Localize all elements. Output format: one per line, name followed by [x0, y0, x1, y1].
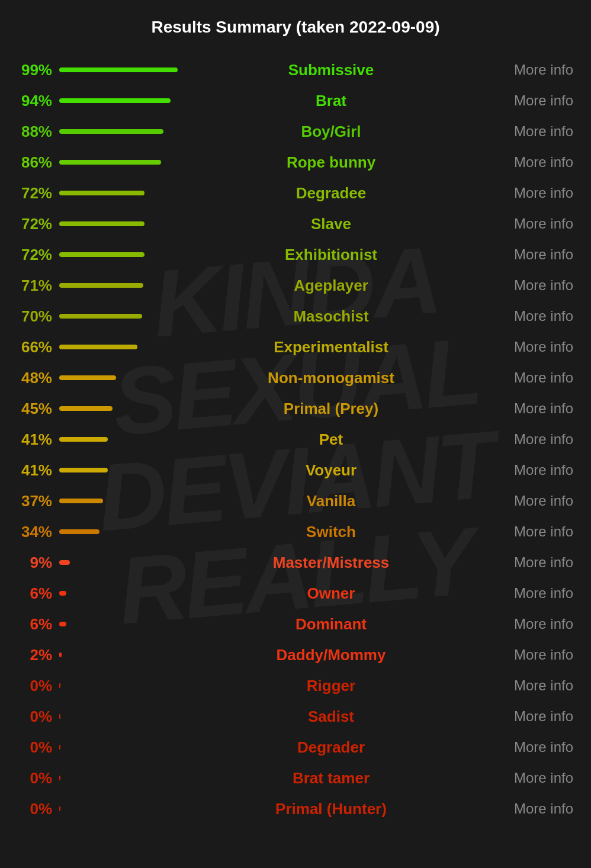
more-info-button[interactable]: More info: [473, 185, 579, 201]
more-info-button[interactable]: More info: [473, 277, 579, 294]
bar-container: [59, 406, 189, 411]
percentage-value: 37%: [12, 492, 59, 510]
percentage-value: 72%: [12, 215, 59, 233]
bar-container: [59, 683, 189, 688]
progress-bar: [59, 591, 66, 596]
progress-bar: [59, 560, 70, 565]
more-info-button[interactable]: More info: [473, 493, 579, 509]
result-row: 0%DegraderMore info: [12, 732, 579, 763]
result-row: 0%Brat tamerMore info: [12, 763, 579, 793]
more-info-button[interactable]: More info: [473, 246, 579, 263]
bar-container: [59, 67, 189, 72]
result-row: 0%SadistMore info: [12, 701, 579, 732]
bar-container: [59, 591, 189, 596]
progress-bar: [59, 499, 103, 503]
result-label: Brat: [189, 92, 473, 110]
bar-container: [59, 221, 189, 226]
result-label: Pet: [189, 430, 473, 449]
more-info-button[interactable]: More info: [473, 585, 579, 602]
main-container: Results Summary (taken 2022-09-09) 99%Su…: [0, 0, 591, 848]
result-label: Experimentalist: [189, 338, 473, 356]
result-label: Sadist: [189, 708, 473, 726]
more-info-button[interactable]: More info: [473, 462, 579, 478]
bar-container: [59, 191, 189, 195]
result-row: 88%Boy/GirlMore info: [12, 116, 579, 147]
percentage-value: 0%: [12, 677, 59, 695]
results-list: 99%SubmissiveMore info94%BratMore info88…: [12, 54, 579, 824]
result-label: Daddy/Mommy: [189, 646, 473, 664]
percentage-value: 0%: [12, 800, 59, 818]
result-label: Masochist: [189, 307, 473, 326]
percentage-value: 6%: [12, 615, 59, 634]
more-info-button[interactable]: More info: [473, 62, 579, 78]
more-info-button[interactable]: More info: [473, 431, 579, 448]
more-info-button[interactable]: More info: [473, 154, 579, 171]
bar-container: [59, 437, 189, 442]
percentage-value: 45%: [12, 400, 59, 418]
result-row: 34%SwitchMore info: [12, 516, 579, 547]
result-row: 72%DegradeeMore info: [12, 178, 579, 208]
percentage-value: 41%: [12, 461, 59, 480]
bar-container: [59, 529, 189, 534]
result-row: 2%Daddy/MommyMore info: [12, 639, 579, 670]
progress-bar: [59, 191, 144, 195]
percentage-value: 71%: [12, 277, 59, 295]
more-info-button[interactable]: More info: [473, 616, 579, 632]
more-info-button[interactable]: More info: [473, 92, 579, 109]
result-label: Exhibitionist: [189, 246, 473, 264]
more-info-button[interactable]: More info: [473, 708, 579, 725]
result-row: 37%VanillaMore info: [12, 486, 579, 516]
result-label: Dominant: [189, 615, 473, 634]
more-info-button[interactable]: More info: [473, 308, 579, 324]
result-label: Non-monogamist: [189, 369, 473, 387]
percentage-value: 99%: [12, 61, 59, 79]
progress-bar: [59, 714, 60, 719]
result-row: 48%Non-monogamistMore info: [12, 362, 579, 393]
bar-container: [59, 714, 189, 719]
more-info-button[interactable]: More info: [473, 369, 579, 386]
percentage-value: 70%: [12, 307, 59, 326]
result-row: 66%ExperimentalistMore info: [12, 332, 579, 362]
more-info-button[interactable]: More info: [473, 400, 579, 417]
bar-container: [59, 160, 189, 165]
bar-container: [59, 560, 189, 565]
progress-bar: [59, 375, 116, 380]
progress-bar: [59, 283, 143, 288]
more-info-button[interactable]: More info: [473, 339, 579, 355]
percentage-value: 88%: [12, 123, 59, 141]
more-info-button[interactable]: More info: [473, 123, 579, 140]
result-label: Ageplayer: [189, 277, 473, 295]
progress-bar: [59, 745, 60, 750]
progress-bar: [59, 529, 99, 534]
progress-bar: [59, 221, 144, 226]
result-label: Degradee: [189, 184, 473, 202]
bar-container: [59, 252, 189, 257]
bar-container: [59, 806, 189, 811]
more-info-button[interactable]: More info: [473, 801, 579, 817]
more-info-button[interactable]: More info: [473, 739, 579, 756]
result-label: Switch: [189, 523, 473, 541]
percentage-value: 6%: [12, 584, 59, 603]
progress-bar: [59, 437, 108, 442]
result-label: Submissive: [189, 61, 473, 79]
progress-bar: [59, 314, 142, 319]
progress-bar: [59, 683, 60, 688]
result-row: 71%AgeplayerMore info: [12, 270, 579, 301]
more-info-button[interactable]: More info: [473, 554, 579, 571]
more-info-button[interactable]: More info: [473, 647, 579, 663]
percentage-value: 66%: [12, 338, 59, 356]
bar-container: [59, 98, 189, 103]
progress-bar: [59, 98, 171, 103]
progress-bar: [59, 160, 161, 165]
bar-container: [59, 129, 189, 134]
result-row: 0%RiggerMore info: [12, 670, 579, 701]
result-label: Slave: [189, 215, 473, 233]
more-info-button[interactable]: More info: [473, 677, 579, 694]
result-row: 45%Primal (Prey)More info: [12, 393, 579, 424]
more-info-button[interactable]: More info: [473, 523, 579, 540]
result-label: Degrader: [189, 738, 473, 757]
bar-container: [59, 745, 189, 750]
result-row: 72%ExhibitionistMore info: [12, 239, 579, 270]
more-info-button[interactable]: More info: [473, 216, 579, 232]
more-info-button[interactable]: More info: [473, 770, 579, 786]
